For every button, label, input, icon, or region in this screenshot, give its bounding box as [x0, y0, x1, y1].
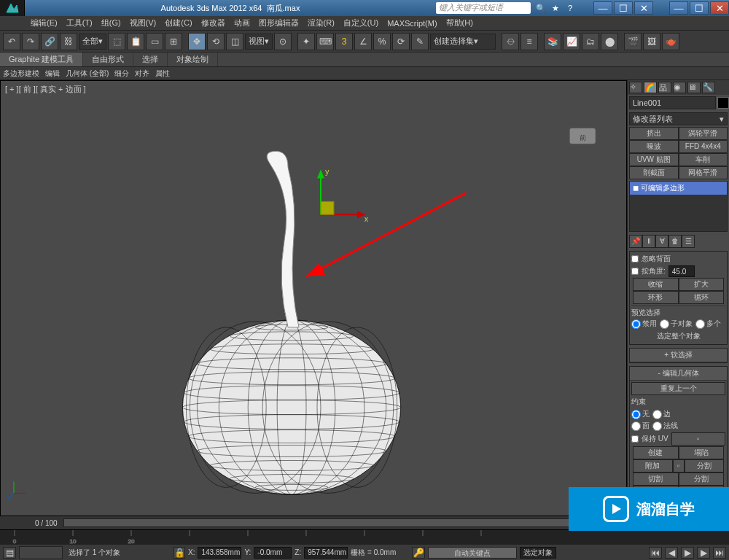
tab-display[interactable]: 🖥 [687, 82, 701, 93]
help-icon[interactable]: ? [563, 1, 577, 15]
layers-button[interactable]: 📚 [544, 33, 561, 50]
configure-sets-button[interactable]: ☰ [682, 235, 695, 248]
named-selection-sets[interactable]: 创建选择集 ▾ [430, 34, 496, 50]
mod-noise[interactable]: 噪波 [629, 140, 679, 153]
transform-x-field[interactable]: 143.858mm [198, 547, 241, 559]
viewport-label[interactable]: [ + ][ 前 ][ 真实 + 边面 ] [5, 84, 86, 95]
modifier-stack[interactable]: ◼ 可编辑多边形 [629, 181, 728, 232]
tab-create[interactable]: ✧ [629, 82, 642, 93]
panel-polymodel[interactable]: 多边形建模 [3, 69, 39, 79]
constraint-face-radio[interactable] [631, 421, 641, 431]
close-button[interactable]: ✕ [710, 1, 729, 15]
script-listener[interactable] [19, 546, 63, 559]
search-input[interactable]: 键入关键字或短语 [436, 2, 531, 14]
tab-utilities[interactable]: 🔧 [702, 82, 715, 93]
material-editor-button[interactable]: ⬤ [601, 33, 618, 50]
panel-props[interactable]: 属性 [155, 69, 170, 79]
curve-editor-button[interactable]: 📈 [563, 33, 580, 50]
mod-meshsmooth[interactable]: 网格平滑 [679, 166, 728, 179]
constraint-edge-radio[interactable] [652, 410, 662, 419]
object-color-swatch[interactable] [717, 97, 729, 109]
ref-coord-dropdown[interactable]: 视图 ▾ [245, 34, 273, 50]
lock-selection-button[interactable]: 🔒 [174, 547, 185, 559]
mod-turbosmooth[interactable]: 涡轮平滑 [679, 127, 728, 140]
next-frame-button[interactable]: ▶ [697, 547, 710, 559]
show-end-result-button[interactable]: Ⅱ [642, 235, 655, 248]
menu-graph[interactable]: 图形编辑器 [254, 18, 303, 28]
menu-rendering[interactable]: 渲染(R) [303, 18, 339, 28]
attach-list-button[interactable]: ▫ [673, 459, 685, 472]
goto-end-button[interactable]: ⏭ [713, 547, 726, 559]
collapse-button[interactable]: 塌陷 [679, 446, 725, 459]
timeline-ruler[interactable]: 0 10 20 [0, 529, 729, 544]
minimize-button[interactable]: — [669, 1, 688, 15]
soft-selection-header[interactable]: + 软选择 [630, 349, 727, 362]
preserve-uv-settings[interactable]: ▫ [671, 432, 725, 446]
menu-modifiers[interactable]: 修改器 [197, 18, 230, 28]
menu-edit[interactable]: 编辑(E) [26, 18, 62, 28]
constraint-normal-radio[interactable] [652, 421, 662, 431]
panel-geometry[interactable]: 几何体 (全部) [66, 69, 109, 79]
keyboard-shortcut-button[interactable]: ⌨ [316, 33, 334, 50]
ribbon-tab-freeform[interactable]: 自由形式 [83, 52, 133, 66]
spinner-snap-button[interactable]: ⟳ [392, 33, 410, 50]
select-button[interactable]: ⬚ [108, 33, 125, 50]
render-setup-button[interactable]: 🎬 [624, 33, 642, 50]
ribbon-tab-selection[interactable]: 选择 [133, 52, 168, 66]
undo-button[interactable]: ↶ [3, 33, 20, 50]
preview-off-radio[interactable] [631, 319, 641, 329]
stack-editable-poly[interactable]: ◼ 可编辑多边形 [630, 182, 727, 195]
doc-close-button[interactable]: ✕ [634, 1, 653, 15]
goto-start-button[interactable]: ⏮ [649, 547, 662, 559]
panel-subdiv[interactable]: 细分 [114, 69, 129, 79]
doc-maximize-button[interactable]: ☐ [614, 1, 633, 15]
split-button[interactable]: 分割 [679, 472, 725, 486]
detach-button[interactable]: 分割 [685, 459, 725, 472]
ignore-backfacing-checkbox[interactable] [631, 255, 639, 262]
play-button[interactable]: ▶ [681, 547, 694, 559]
render-frame-button[interactable]: 🖼 [643, 33, 660, 50]
tab-motion[interactable]: ◉ [673, 82, 686, 93]
favorite-icon[interactable]: ★ [548, 1, 563, 15]
preview-sub-radio[interactable] [660, 319, 669, 329]
menu-customize[interactable]: 自定义(U) [339, 18, 383, 28]
doc-minimize-button[interactable]: — [593, 1, 612, 15]
panel-align[interactable]: 对齐 [135, 69, 149, 79]
mod-extrude[interactable]: 挤出 [629, 127, 679, 140]
menu-maxscript[interactable]: MAXScript(M) [383, 19, 441, 28]
grow-button[interactable]: 扩大 [679, 278, 725, 291]
tab-modify[interactable]: 🌈 [644, 82, 657, 93]
ribbon-tab-graphite[interactable]: Graphite 建模工具 [0, 52, 83, 66]
pin-stack-button[interactable]: 📌 [629, 235, 642, 248]
manipulate-button[interactable]: ✦ [297, 33, 315, 50]
angle-spinner[interactable]: 45.0 [668, 265, 695, 277]
menu-help[interactable]: 帮助(H) [442, 18, 477, 28]
mod-lathe[interactable]: 车削 [679, 153, 728, 166]
transform-z-field[interactable]: 957.544mm [304, 547, 348, 559]
script-mini-button[interactable]: ▤ [3, 547, 16, 559]
align-button[interactable]: ≡ [521, 33, 538, 50]
create-button[interactable]: 创建 [633, 446, 679, 459]
menu-animation[interactable]: 动画 [230, 18, 254, 28]
mod-ffd[interactable]: FFD 4x4x4 [679, 140, 728, 153]
mod-uvwmap[interactable]: UVW 贴图 [629, 153, 679, 166]
window-crossing-button[interactable]: ⊞ [165, 33, 182, 50]
maximize-button[interactable]: ☐ [690, 1, 709, 15]
auto-key-button[interactable]: 自动关键点 [428, 547, 516, 559]
mirror-button[interactable]: ⦵ [502, 33, 519, 50]
app-logo[interactable] [0, 0, 25, 16]
menu-create[interactable]: 创建(C) [160, 18, 196, 28]
slice-plane-button[interactable]: 切割 [633, 472, 679, 486]
search-icon[interactable]: 🔍 [534, 1, 548, 15]
viewport-front[interactable]: [ + ][ 前 ][ 真实 + 边面 ] y x [0, 80, 627, 516]
rotate-button[interactable]: ⟲ [207, 33, 225, 50]
ring-button[interactable]: 环形 [633, 291, 679, 304]
link-button[interactable]: 🔗 [41, 33, 58, 50]
menu-tools[interactable]: 工具(T) [62, 18, 97, 28]
select-name-button[interactable]: 📋 [127, 33, 144, 50]
prev-frame-button[interactable]: ◀ [665, 547, 678, 559]
region-rect-button[interactable]: ▭ [146, 33, 163, 50]
menu-views[interactable]: 视图(V) [125, 18, 161, 28]
angle-snap-button[interactable]: ∠ [354, 33, 372, 50]
remove-modifier-button[interactable]: 🗑 [668, 235, 682, 248]
